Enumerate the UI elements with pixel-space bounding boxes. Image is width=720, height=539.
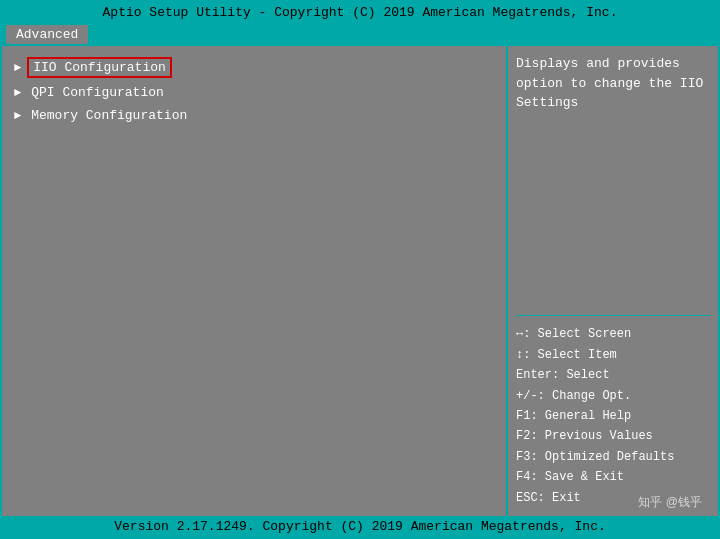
- status-text: Version 2.17.1249. Copyright (C) 2019 Am…: [114, 519, 605, 534]
- bios-screen: Aptio Setup Utility - Copyright (C) 2019…: [0, 0, 720, 539]
- menu-item-qpi[interactable]: ► QPI Configuration: [2, 81, 506, 104]
- title-bar: Aptio Setup Utility - Copyright (C) 2019…: [2, 2, 718, 23]
- key-optimized-defaults: F3: Optimized Defaults: [516, 447, 710, 467]
- menu-item-memory[interactable]: ► Memory Configuration: [2, 104, 506, 127]
- menu-panel: ► IIO Configuration ► QPI Configuration …: [2, 46, 508, 516]
- tab-row: Advanced: [2, 23, 718, 44]
- arrow-icon-qpi: ►: [14, 86, 21, 100]
- key-previous-values: F2: Previous Values: [516, 426, 710, 446]
- key-save-exit: F4: Save & Exit: [516, 467, 710, 487]
- menu-item-qpi-label: QPI Configuration: [27, 84, 168, 101]
- menu-item-memory-label: Memory Configuration: [27, 107, 191, 124]
- tab-advanced[interactable]: Advanced: [6, 25, 88, 44]
- menu-item-iio-label: IIO Configuration: [27, 57, 172, 78]
- key-general-help: F1: General Help: [516, 406, 710, 426]
- key-help-list: ↔: Select Screen ↕: Select Item Enter: S…: [516, 324, 710, 508]
- title-text: Aptio Setup Utility - Copyright (C) 2019…: [103, 5, 618, 20]
- key-change-opt: +/-: Change Opt.: [516, 386, 710, 406]
- main-area: ► IIO Configuration ► QPI Configuration …: [2, 44, 718, 516]
- arrow-icon-memory: ►: [14, 109, 21, 123]
- menu-item-iio[interactable]: ► IIO Configuration: [2, 54, 506, 81]
- help-description: Displays and provides option to change t…: [516, 54, 710, 113]
- watermark: 知乎 @钱乎: [638, 494, 702, 511]
- key-enter: Enter: Select: [516, 365, 710, 385]
- divider: [516, 315, 710, 316]
- key-help-section: ↔: Select Screen ↕: Select Item Enter: S…: [516, 307, 710, 508]
- key-select-item: ↕: Select Item: [516, 345, 710, 365]
- help-panel: Displays and provides option to change t…: [508, 46, 718, 516]
- status-bar: Version 2.17.1249. Copyright (C) 2019 Am…: [2, 516, 718, 537]
- arrow-icon-iio: ►: [14, 61, 21, 75]
- key-select-screen: ↔: Select Screen: [516, 324, 710, 344]
